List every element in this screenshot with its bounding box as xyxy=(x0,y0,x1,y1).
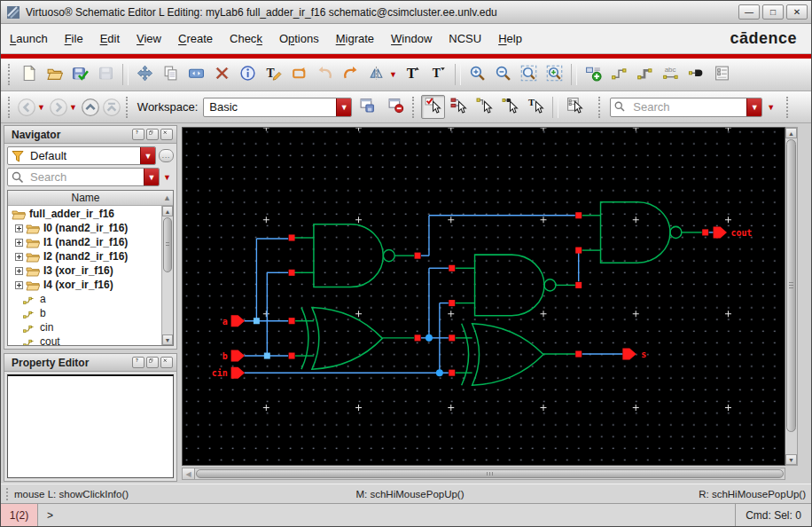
wire-junction[interactable] xyxy=(436,369,443,376)
expand-icon[interactable] xyxy=(15,281,23,289)
redo-button[interactable] xyxy=(339,63,363,87)
expand-icon[interactable] xyxy=(15,239,23,247)
move-button[interactable] xyxy=(133,63,157,87)
connection-square[interactable] xyxy=(449,265,455,271)
tree-item-I4[interactable]: I4 (xor_ir_f16) xyxy=(10,278,160,292)
copy-button[interactable] xyxy=(159,63,183,87)
connection-square[interactable] xyxy=(575,282,582,288)
menu-window[interactable]: Window xyxy=(391,32,432,45)
mirror-dropdown-caret[interactable]: ▼ xyxy=(389,70,397,79)
workspace-dropdown[interactable]: ▼ xyxy=(336,98,351,116)
expand-icon[interactable] xyxy=(15,253,23,261)
connection-square[interactable] xyxy=(575,248,582,254)
tree-item-root[interactable]: full_adder_ir_f16 xyxy=(10,207,160,221)
connection-square[interactable] xyxy=(289,353,295,359)
canvas-scroll-up-icon[interactable]: ▲ xyxy=(785,128,797,138)
save-workspace-button[interactable] xyxy=(355,95,379,119)
navigator-help-button[interactable]: ? xyxy=(132,129,144,140)
property-editor-button[interactable] xyxy=(710,63,734,87)
tree-header[interactable]: Name ▲ xyxy=(8,191,173,206)
zoom-in-button[interactable] xyxy=(465,63,489,87)
menu-edit[interactable]: Edit xyxy=(100,32,120,45)
tree-item-b[interactable]: b xyxy=(10,306,160,320)
nav-back-button[interactable] xyxy=(17,98,36,117)
command-history-badge[interactable]: 1(2) xyxy=(1,504,38,526)
expand-icon[interactable] xyxy=(15,224,23,232)
connection-square[interactable] xyxy=(449,300,455,306)
menu-options[interactable]: Options xyxy=(279,32,319,45)
toolbar-grip[interactable] xyxy=(8,97,12,118)
connection-square[interactable] xyxy=(415,334,421,341)
navigator-close-button[interactable] xyxy=(160,129,173,140)
navigator-search-caret[interactable]: ▼ xyxy=(163,173,171,182)
create-wire-button[interactable] xyxy=(607,63,631,87)
property-editor-help-button[interactable]: ? xyxy=(132,357,144,368)
toolbar-grip[interactable] xyxy=(8,64,12,85)
mode-label-button[interactable]: T xyxy=(524,95,548,119)
toolbar-grip[interactable] xyxy=(412,97,417,118)
delete-button[interactable] xyxy=(210,63,234,87)
navigator-more-button[interactable]: ... xyxy=(159,149,174,162)
scroll-down-icon[interactable]: ▼ xyxy=(162,334,173,345)
toolbar-grip[interactable] xyxy=(126,97,130,118)
mode-instance-button[interactable] xyxy=(447,95,471,119)
nav-forward-button[interactable] xyxy=(49,98,68,117)
mode-pin-button[interactable] xyxy=(498,95,522,119)
reattach-button[interactable] xyxy=(287,63,311,87)
toolbar-grip[interactable] xyxy=(598,97,603,118)
toolbar-search-input[interactable]: Search xyxy=(628,100,746,114)
menu-create[interactable]: Create xyxy=(178,32,213,45)
port-cout[interactable]: cout xyxy=(714,226,753,238)
connection-square[interactable] xyxy=(289,318,295,324)
property-editor-close-button[interactable] xyxy=(160,357,173,368)
canvas-hscrollbar[interactable]: ◀ xyxy=(182,468,785,480)
navigator-filter-dropdown[interactable]: ▼ xyxy=(140,147,155,164)
tree-item-a[interactable]: a xyxy=(10,292,160,306)
mirror-button[interactable] xyxy=(364,63,388,87)
connection-square[interactable] xyxy=(289,234,295,240)
menu-file[interactable]: File xyxy=(65,32,83,45)
minimize-button[interactable]: — xyxy=(738,4,760,20)
nav-forward-dropdown-caret[interactable]: ▼ xyxy=(69,103,77,112)
connection-square[interactable] xyxy=(575,212,582,218)
tree-item-I0[interactable]: I0 (nand2_ir_f16) xyxy=(10,221,160,235)
create-instance-button[interactable] xyxy=(582,63,605,87)
tap-up-button[interactable]: T xyxy=(401,63,425,87)
property-editor-titlebar[interactable]: Property Editor ? xyxy=(4,354,176,372)
create-pin-button[interactable] xyxy=(684,63,708,87)
navigator-titlebar[interactable]: Navigator ? xyxy=(4,126,176,144)
navigator-search-dropdown[interactable]: ▼ xyxy=(144,169,159,185)
navigator-filter-combo[interactable]: Default ▼ xyxy=(7,146,156,165)
search-options-caret[interactable]: ▼ xyxy=(767,103,775,112)
open-folder-button[interactable] xyxy=(43,63,66,87)
close-button[interactable]: ✕ xyxy=(786,4,808,20)
tree-scrollbar-thumb[interactable] xyxy=(163,217,172,272)
menu-view[interactable]: View xyxy=(137,32,161,45)
zoom-fit-button[interactable] xyxy=(517,63,541,87)
undo-button[interactable] xyxy=(313,63,337,87)
mode-select-button[interactable] xyxy=(421,95,445,119)
nav-up-button[interactable] xyxy=(81,98,100,117)
connection-square[interactable] xyxy=(702,229,708,235)
object-properties-button[interactable] xyxy=(236,63,260,87)
canvas-hscrollbar-thumb[interactable] xyxy=(196,469,784,478)
tap-down-button[interactable]: T xyxy=(426,63,450,87)
menu-ncsu[interactable]: NCSU xyxy=(449,32,481,45)
nav-top-button[interactable] xyxy=(102,98,121,117)
menu-help[interactable]: Help xyxy=(498,32,522,45)
toolbar-grip[interactable] xyxy=(786,97,791,118)
tree-item-I2[interactable]: I2 (nand2_ir_f16) xyxy=(10,249,160,264)
canvas-scroll-down-icon[interactable]: ▼ xyxy=(785,454,797,465)
workspace-combo[interactable]: Basic▼ xyxy=(203,98,352,117)
branch-square[interactable] xyxy=(254,318,260,324)
connection-square[interactable] xyxy=(449,334,455,341)
check-and-save-button[interactable] xyxy=(68,63,92,87)
mode-wire-button[interactable] xyxy=(472,95,496,119)
menu-migrate[interactable]: Migrate xyxy=(336,32,374,45)
property-editor-cursor-button[interactable] xyxy=(563,95,587,119)
connection-square[interactable] xyxy=(289,270,295,276)
property-editor-float-button[interactable] xyxy=(146,357,159,368)
canvas-scroll-left-icon[interactable]: ◀ xyxy=(183,468,195,479)
save-button[interactable] xyxy=(94,63,118,87)
create-wide-wire-button[interactable] xyxy=(633,63,657,87)
